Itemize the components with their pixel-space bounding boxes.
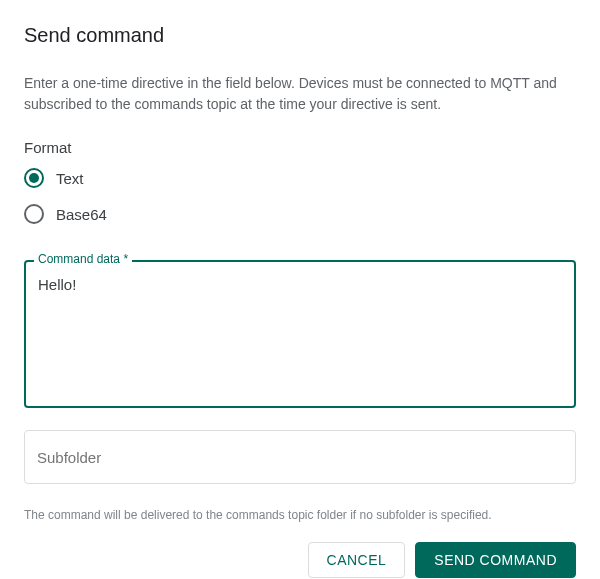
radio-label: Text	[56, 170, 84, 187]
format-option-text[interactable]: Text	[24, 168, 576, 188]
dialog-description: Enter a one-time directive in the field …	[24, 73, 576, 115]
command-data-label: Command data *	[34, 252, 132, 266]
subfolder-field	[24, 430, 576, 484]
format-radio-group: Text Base64	[24, 168, 576, 240]
send-command-dialog: Send command Enter a one-time directive …	[0, 0, 600, 579]
dialog-actions: Cancel Send Command	[24, 530, 576, 578]
format-label: Format	[24, 139, 576, 156]
dialog-title: Send command	[24, 24, 576, 47]
command-data-field: Command data *	[24, 260, 576, 412]
radio-icon	[24, 204, 44, 224]
cancel-button[interactable]: Cancel	[308, 542, 406, 578]
send-command-button[interactable]: Send Command	[415, 542, 576, 578]
subfolder-helper: The command will be delivered to the com…	[24, 508, 576, 522]
command-data-input[interactable]	[24, 260, 576, 408]
radio-icon	[24, 168, 44, 188]
format-option-base64[interactable]: Base64	[24, 204, 576, 224]
radio-label: Base64	[56, 206, 107, 223]
subfolder-input[interactable]	[24, 430, 576, 484]
